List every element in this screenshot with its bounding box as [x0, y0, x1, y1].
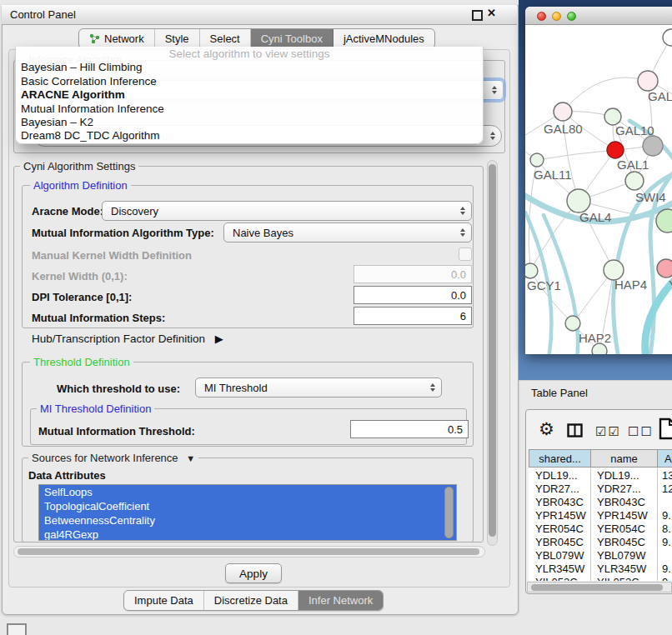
- table-cell[interactable]: YPR145W: [597, 509, 648, 522]
- column-header-partial[interactable]: A: [657, 449, 672, 468]
- tab-impute-data[interactable]: Impute Data: [124, 591, 204, 610]
- tab-infer-network[interactable]: Infer Network: [298, 591, 383, 610]
- popup-item[interactable]: Dream8 DC_TDC Algorithm: [16, 129, 483, 142]
- table-cell[interactable]: YDL19...: [535, 469, 578, 482]
- table-cell[interactable]: YIL052C: [597, 576, 639, 581]
- table-cell[interactable]: YBR043C: [597, 496, 645, 508]
- tab-network-label: Network: [104, 32, 144, 45]
- tab-cyni-toolbox[interactable]: Cyni Toolbox: [251, 29, 333, 48]
- node-gal1[interactable]: [625, 172, 644, 190]
- settings-horizontal-scrollbar-thumb[interactable]: [18, 548, 479, 555]
- node-gal4[interactable]: [567, 189, 590, 212]
- table-cell[interactable]: 9.: [662, 509, 671, 522]
- table-cell[interactable]: YLR345W: [535, 562, 584, 575]
- table-cell[interactable]: YDL19...: [597, 469, 639, 482]
- table-cell[interactable]: 8.: [662, 522, 671, 535]
- table-horizontal-scrollbar-thumb[interactable]: [531, 584, 663, 591]
- new-table-icon[interactable]: [659, 418, 672, 440]
- table-cell[interactable]: YLR345W: [597, 562, 646, 575]
- manual-kernel-width-label: Manual Kernel Width Definition: [32, 249, 192, 262]
- table-cell[interactable]: YBL079W: [597, 549, 646, 562]
- application-root: Control Panel ✕ Network Style Select Cyn…: [0, 0, 672, 635]
- sources-legend-toggle[interactable]: Sources for Network Inference ▼: [28, 452, 198, 464]
- table-cell[interactable]: YBL079W: [535, 549, 584, 562]
- popup-item[interactable]: Bayesian – K2: [16, 116, 483, 129]
- node-gal10[interactable]: [604, 108, 621, 125]
- tab-network[interactable]: Network: [79, 29, 155, 48]
- settings-horizontal-scrollbar[interactable]: [13, 546, 485, 558]
- list-item[interactable]: gal4RGexp: [39, 528, 456, 541]
- tab-style[interactable]: Style: [155, 29, 200, 48]
- close-traffic-light[interactable]: [537, 12, 546, 21]
- hub-definition-toggle[interactable]: Hub/Transcription Factor Definition ▶: [32, 332, 223, 345]
- manual-kernel-width-checkbox[interactable]: [459, 248, 472, 261]
- float-window-icon[interactable]: [472, 10, 483, 21]
- column-layout-icon[interactable]: [567, 423, 583, 438]
- column-header-shared-name[interactable]: shared...: [529, 449, 591, 468]
- node-pink[interactable]: [657, 259, 672, 278]
- dpi-tolerance-field[interactable]: 0.0: [354, 286, 472, 304]
- table-cell[interactable]: 9.: [662, 576, 671, 581]
- table-horizontal-scrollbar[interactable]: [527, 582, 672, 592]
- column-header-name[interactable]: name: [590, 449, 658, 468]
- popup-item[interactable]: Basic Correlation Inference: [16, 75, 483, 88]
- node-selected-red[interactable]: [607, 142, 624, 158]
- table-cell[interactable]: 9.: [662, 562, 671, 575]
- zoom-traffic-light[interactable]: [567, 12, 576, 21]
- tab-discretize-data[interactable]: Discretize Data: [204, 591, 298, 610]
- tab-impute-data-label: Impute Data: [134, 594, 193, 607]
- node[interactable]: [663, 29, 672, 46]
- which-threshold-combo[interactable]: MI Threshold: [195, 378, 442, 398]
- deselect-all-columns-icon[interactable]: ☐☐: [628, 424, 654, 439]
- table-cell[interactable]: 9.: [662, 536, 671, 548]
- node-label: GCY1: [527, 278, 561, 292]
- network-canvas[interactable]: GAL GAL80 GAL10 GAL11 GAL1 SWI4 GAL4 GCY…: [525, 25, 672, 354]
- node-hap2[interactable]: [565, 316, 580, 331]
- tab-jactivemnodules[interactable]: jActiveMNodules: [333, 29, 434, 48]
- select-all-columns-icon[interactable]: ☑☑: [595, 424, 621, 439]
- settings-vertical-scrollbar[interactable]: [487, 160, 498, 546]
- docked-panel-icon[interactable]: [7, 623, 27, 635]
- network-icon: [89, 33, 100, 44]
- popup-item-selected[interactable]: ARACNE Algorithm: [16, 88, 483, 102]
- stepper-icon: [460, 207, 465, 215]
- mi-algorithm-type-combo[interactable]: Naive Bayes: [223, 222, 472, 242]
- minimize-traffic-light[interactable]: [552, 12, 561, 21]
- cyni-bottom-tabbar: Impute Data Discretize Data Infer Networ…: [123, 590, 384, 611]
- table-cell[interactable]: 13: [662, 469, 672, 482]
- table-cell[interactable]: YBR045C: [597, 536, 645, 548]
- aracne-mode-combo[interactable]: Discovery: [102, 201, 472, 221]
- tab-select[interactable]: Select: [200, 29, 251, 48]
- list-item[interactable]: BetweennessCentrality: [39, 513, 456, 528]
- table-cell[interactable]: YIL052C: [535, 576, 578, 581]
- node-gal80[interactable]: [554, 102, 572, 121]
- table-cell[interactable]: YDR27...: [597, 482, 641, 495]
- node-gcy1[interactable]: [525, 263, 538, 278]
- popup-item[interactable]: Bayesian – Hill Climbing: [16, 61, 483, 74]
- settings-vertical-scrollbar-thumb[interactable]: [489, 164, 496, 537]
- node-gal11[interactable]: [530, 153, 544, 167]
- node-gal[interactable]: [638, 71, 658, 91]
- apply-button[interactable]: Apply: [225, 563, 282, 583]
- mi-steps-field[interactable]: 6: [354, 307, 472, 325]
- list-item[interactable]: SelfLoops: [39, 485, 456, 499]
- table-cell[interactable]: YBR043C: [535, 496, 584, 508]
- close-icon[interactable]: ✕: [487, 8, 496, 19]
- list-item[interactable]: TopologicalCoefficient: [39, 499, 456, 513]
- table-cell[interactable]: YBR045C: [535, 536, 584, 548]
- table-cell[interactable]: YPR145W: [535, 509, 586, 522]
- table-cell[interactable]: 12: [662, 482, 672, 495]
- network-window-titlebar[interactable]: [525, 7, 672, 25]
- popup-item[interactable]: Mutual Information Inference: [16, 102, 483, 116]
- node-label: GAL10: [615, 123, 654, 138]
- gear-icon[interactable]: ⚙: [539, 419, 554, 439]
- data-attributes-label: Data Attributes: [28, 469, 106, 482]
- network-graph[interactable]: GAL GAL80 GAL10 GAL11 GAL1 SWI4 GAL4 GCY…: [525, 25, 672, 354]
- table-cell[interactable]: YDR27...: [535, 482, 579, 495]
- table-cell[interactable]: YER054C: [597, 522, 645, 535]
- table-cell[interactable]: YER054C: [535, 522, 584, 535]
- attributes-list-scrollbar-thumb[interactable]: [444, 487, 454, 538]
- kernel-width-field[interactable]: 0.0: [354, 265, 472, 283]
- node-gray[interactable]: [643, 136, 663, 156]
- mi-threshold-field[interactable]: 0.5: [350, 420, 469, 438]
